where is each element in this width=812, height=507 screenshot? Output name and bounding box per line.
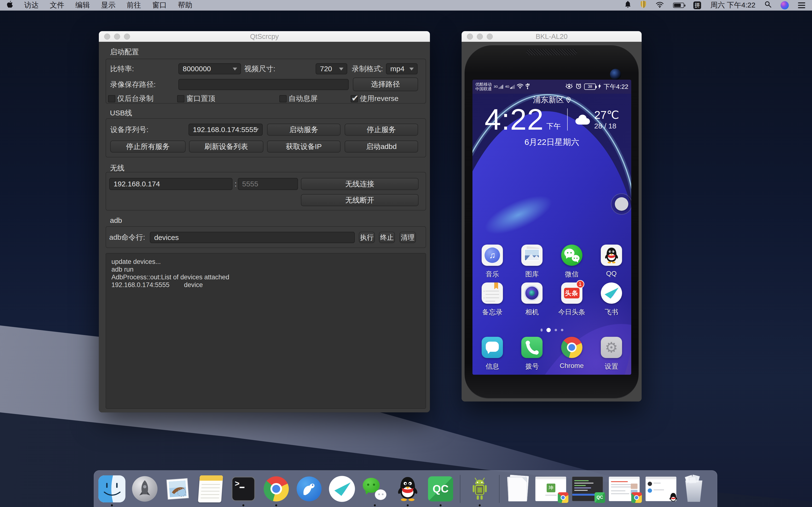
settings-app-icon[interactable]: ⚙ — [601, 337, 622, 358]
toutiao-app-icon[interactable]: 头条 1 — [561, 282, 582, 304]
music-app-icon[interactable]: ♫ — [481, 244, 503, 266]
adb-log-output[interactable]: update devices... adb run AdbProcess::ou… — [106, 253, 426, 409]
siri-icon[interactable] — [780, 1, 789, 9]
checkbox-box[interactable] — [280, 95, 287, 102]
dock-paper-plane-icon[interactable] — [328, 475, 355, 502]
bitrate-combobox[interactable]: 8000000 — [179, 63, 241, 74]
dock-mail-icon[interactable] — [164, 475, 191, 502]
checkbox-always-on-top[interactable]: 窗口置顶 — [177, 94, 215, 104]
adb-cmd-input[interactable]: devices — [150, 232, 355, 243]
app-camera[interactable]: 相机 — [512, 282, 552, 317]
wireless-disconnect-button[interactable]: 无线断开 — [301, 194, 418, 206]
menu-item-edit[interactable]: 编辑 — [75, 0, 90, 10]
app-qq[interactable]: QQ — [592, 244, 631, 279]
close-button[interactable] — [104, 34, 110, 40]
menu-item-go[interactable]: 前往 — [126, 0, 141, 10]
video-size-label: 视频尺寸: — [244, 63, 275, 74]
input-method-icon[interactable]: 拼 — [693, 1, 701, 9]
floating-nav-ball[interactable] — [611, 193, 631, 215]
menu-item-window[interactable]: 窗口 — [152, 0, 167, 10]
app-chrome[interactable]: Chrome — [552, 337, 592, 371]
wifi-icon[interactable] — [656, 1, 664, 9]
apple-menu-icon[interactable] — [7, 0, 13, 10]
serial-combobox[interactable]: 192.168.0.174:5555 — [189, 124, 263, 136]
dock-notes-icon[interactable] — [197, 475, 224, 502]
dock-terminal-icon[interactable]: > — [230, 475, 257, 502]
phone-screen[interactable]: 优酷移动 中国联通 3G 4G — [472, 80, 631, 375]
qtscrcpy-titlebar[interactable]: QtScrcpy — [99, 31, 430, 42]
close-button[interactable] — [467, 34, 473, 40]
wireless-port-input[interactable]: 5555 — [238, 178, 298, 190]
adb-stop-button[interactable]: 终止 — [379, 232, 395, 243]
checkbox-auto-screen-off[interactable]: 自动息屏 — [280, 94, 317, 104]
dock-qtcreator-icon[interactable]: QC — [427, 475, 454, 502]
choose-path-button[interactable]: 选择路径 — [353, 77, 418, 91]
app-notes[interactable]: 备忘录 — [472, 282, 512, 317]
checkbox-box-checked[interactable] — [351, 95, 358, 102]
dialer-app-icon[interactable] — [521, 337, 543, 358]
gallery-app-icon[interactable] — [521, 244, 543, 266]
menu-item-file[interactable]: 文件 — [50, 0, 64, 10]
app-toutiao[interactable]: 头条 1 今日头条 — [552, 282, 592, 317]
dock-qq-icon[interactable] — [394, 475, 421, 502]
record-path-input[interactable] — [179, 79, 349, 90]
minimized-window-chrome-2[interactable] — [609, 476, 640, 501]
notes-app-icon[interactable] — [481, 282, 503, 304]
checkbox-use-reverse[interactable]: 使用reverse — [351, 94, 399, 104]
minimize-button[interactable] — [114, 34, 120, 40]
dock-video-player-icon[interactable] — [296, 475, 323, 502]
stop-all-services-button[interactable]: 停止所有服务 — [110, 140, 186, 153]
dock-chrome-icon[interactable] — [263, 475, 290, 502]
minimized-window-chrome-1[interactable]: 坤 — [535, 476, 566, 501]
adb-run-button[interactable]: 执行 — [359, 232, 375, 243]
app-wechat[interactable]: 微信 — [552, 244, 592, 279]
menu-item-view[interactable]: 显示 — [101, 0, 115, 10]
spotlight-search-icon[interactable] — [765, 1, 771, 9]
notification-bell-icon[interactable] — [625, 1, 631, 10]
app-feishu[interactable]: 飞书 — [592, 282, 631, 317]
checkbox-background-record[interactable]: 仅后台录制 — [108, 94, 153, 104]
minimized-window-qq-chat[interactable] — [646, 476, 676, 501]
app-settings[interactable]: ⚙ 设置 — [592, 337, 631, 371]
app-messages[interactable]: 信息 — [472, 337, 512, 371]
minimize-button[interactable] — [477, 34, 483, 40]
stop-service-button[interactable]: 停止服务 — [345, 124, 418, 136]
dock-scrcpy-android-icon[interactable] — [466, 475, 493, 502]
menu-bar-clock[interactable]: 周六 下午4:22 — [710, 0, 755, 10]
battery-icon[interactable] — [673, 3, 684, 8]
menu-item-finder[interactable]: 访达 — [24, 0, 39, 10]
wechat-app-icon[interactable] — [561, 244, 582, 266]
record-format-combobox[interactable]: mp4 — [386, 63, 418, 74]
notification-center-icon[interactable] — [798, 2, 805, 8]
adb-clear-button[interactable]: 清理 — [400, 232, 416, 243]
start-service-button[interactable]: 启动服务 — [267, 124, 341, 136]
checkbox-box[interactable] — [108, 95, 115, 102]
qq-app-icon[interactable] — [601, 244, 622, 266]
app-music[interactable]: ♫ 音乐 — [472, 244, 512, 279]
zoom-button[interactable] — [124, 34, 130, 40]
dock-trash-icon[interactable] — [682, 475, 705, 502]
get-device-ip-button[interactable]: 获取设备IP — [267, 140, 341, 153]
menu-item-help[interactable]: 帮助 — [178, 0, 192, 10]
shield-status-icon[interactable] — [640, 0, 647, 10]
chrome-app-icon[interactable] — [561, 337, 582, 358]
wireless-ip-input[interactable]: 192.168.0.174 — [109, 178, 233, 190]
dock-finder-icon[interactable] — [98, 475, 125, 502]
refresh-devices-button[interactable]: 刷新设备列表 — [189, 140, 263, 153]
minimized-window-qtcreator[interactable]: QC — [572, 476, 603, 501]
checkbox-box[interactable] — [177, 95, 185, 102]
start-adbd-button[interactable]: 启动adbd — [345, 140, 418, 153]
dock-launchpad-icon[interactable] — [131, 475, 158, 502]
wireless-connect-button[interactable]: 无线连接 — [301, 178, 418, 190]
clock-weather-widget[interactable]: 浦东新区 4:22 下午 27℃ 28 / 18 — [472, 95, 631, 148]
dock-documents-stack[interactable] — [505, 475, 529, 502]
app-dialer[interactable]: 拨号 — [512, 337, 552, 371]
zoom-button[interactable] — [487, 34, 493, 40]
video-size-combobox[interactable]: 720 — [316, 63, 347, 74]
phone-titlebar[interactable]: BKL-AL20 — [462, 31, 642, 42]
camera-app-icon[interactable] — [521, 282, 543, 304]
messages-app-icon[interactable] — [481, 337, 503, 358]
app-gallery[interactable]: 图库 — [512, 244, 552, 279]
dock-wechat-icon[interactable] — [361, 475, 388, 502]
feishu-app-icon[interactable] — [601, 282, 622, 304]
